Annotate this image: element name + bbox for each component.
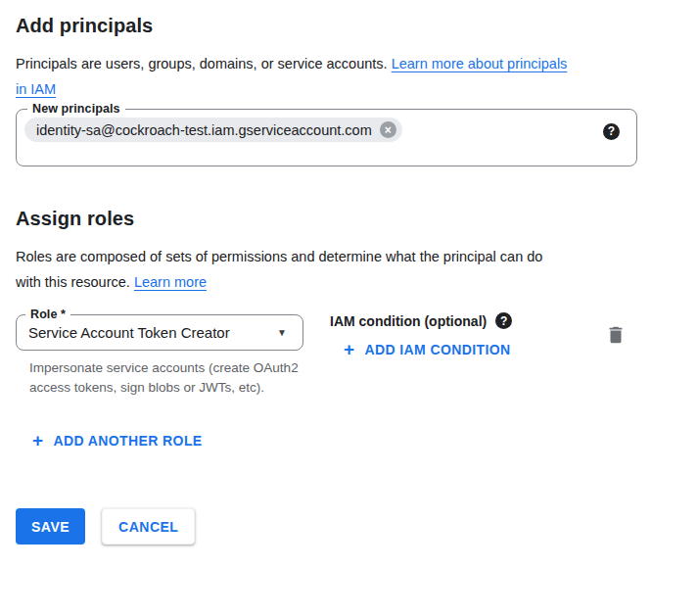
learn-more-principals-link-line1: Learn more about principals (392, 56, 568, 71)
plus-icon: + (32, 431, 44, 450)
role-column: Role * Service Account Token Creator ▼ I… (16, 308, 307, 398)
role-binding-row: Role * Service Account Token Creator ▼ I… (16, 308, 682, 398)
save-button[interactable]: SAVE (16, 508, 85, 545)
role-select-value-row[interactable]: Service Account Token Creator ▼ (23, 321, 293, 341)
add-principals-description: Principals are users, groups, domains, o… (16, 51, 674, 102)
assign-roles-title: Assign roles (16, 208, 682, 230)
assign-roles-description: Roles are composed of sets of permission… (16, 244, 674, 295)
chevron-down-icon: ▼ (277, 328, 287, 338)
learn-more-principals-link-line2: in IAM (16, 81, 56, 97)
role-select-field[interactable]: Role * Service Account Token Creator ▼ (16, 308, 303, 351)
cancel-button[interactable]: CANCEL (102, 508, 195, 545)
plus-icon: + (344, 340, 355, 358)
role-select-value: Service Account Token Creator (28, 324, 230, 341)
new-principals-field[interactable]: New principals identity-sa@cockroach-tes… (16, 102, 637, 166)
iam-condition-label-row: IAM condition (optional) ? (330, 312, 605, 329)
dialog-actions: SAVE CANCEL (16, 508, 682, 545)
role-select-label: Role * (25, 308, 70, 321)
new-principals-chip-row: identity-sa@cockroach-test.iam.gservicea… (24, 116, 625, 142)
assign-roles-description-line1: Roles are composed of sets of permission… (16, 249, 542, 264)
add-principals-description-text: Principals are users, groups, domains, o… (16, 56, 388, 71)
role-helper-text: Impersonate service accounts (create OAu… (29, 358, 311, 398)
delete-role-column (605, 308, 682, 398)
add-iam-condition-label: ADD IAM CONDITION (365, 342, 511, 357)
add-principals-panel: Add principals Principals are users, gro… (0, 0, 698, 545)
assign-roles-description-line2: with this resource. (16, 274, 130, 290)
add-another-role-button[interactable]: + ADD ANOTHER ROLE (32, 431, 203, 450)
delete-role-button[interactable] (605, 324, 627, 349)
trash-icon (605, 334, 627, 349)
iam-condition-label: IAM condition (optional) (330, 313, 487, 329)
principal-chip[interactable]: identity-sa@cockroach-test.iam.gservicea… (24, 118, 402, 142)
new-principals-label: New principals (27, 102, 125, 116)
principal-chip-value: identity-sa@cockroach-test.iam.gservicea… (36, 122, 372, 138)
chip-remove-icon[interactable]: × (380, 121, 396, 138)
learn-more-roles-link[interactable]: Learn more (134, 274, 207, 290)
iam-condition-help-icon[interactable]: ? (495, 312, 512, 329)
add-principals-title: Add principals (16, 0, 682, 37)
add-another-role-label: ADD ANOTHER ROLE (54, 433, 203, 449)
new-principals-help-icon[interactable]: ? (603, 123, 620, 140)
add-iam-condition-button[interactable]: + ADD IAM CONDITION (344, 340, 511, 358)
iam-condition-column: IAM condition (optional) ? + ADD IAM CON… (330, 308, 605, 398)
